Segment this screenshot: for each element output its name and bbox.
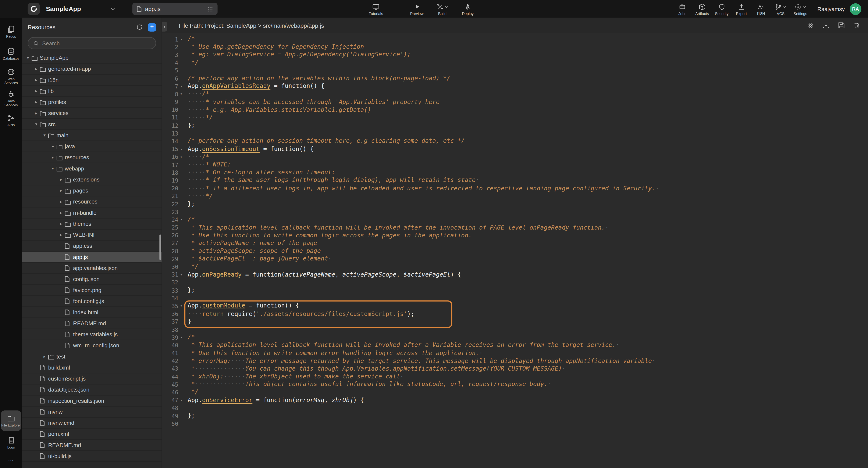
code-line-12[interactable]: }; [188, 122, 868, 130]
code-line-11[interactable]: ·····*/ [188, 114, 868, 122]
rail-item-java-services[interactable]: Java Services [1, 88, 21, 108]
tree-file-font.config.js[interactable]: font.config.js [22, 296, 161, 307]
code-line-15[interactable]: App.onSessionTimeout = function() { [188, 145, 868, 153]
code-line-3[interactable]: * eg: var DialogService = App.getDepende… [188, 51, 868, 59]
tree-folder-src[interactable]: ▾src [22, 119, 161, 130]
tree-folder-lib[interactable]: ▸lib [22, 86, 161, 97]
code-content[interactable]: /* * Use App.getDependency for Dependenc… [184, 35, 868, 468]
grid-menu-icon[interactable] [207, 6, 213, 12]
code-line-26[interactable]: * Use this function to write common logi… [188, 232, 868, 239]
export-button[interactable]: Export [732, 2, 751, 15]
deploy-button[interactable]: Deploy [455, 2, 480, 15]
chevron-right-icon[interactable]: ▸ [33, 66, 40, 71]
chevron-right-icon[interactable]: ▸ [58, 199, 65, 204]
delete-file-button[interactable] [853, 22, 860, 29]
code-line-43[interactable]: *··············You can change this thoug… [188, 365, 868, 373]
vcs-button[interactable]: VCS [771, 2, 790, 15]
avatar[interactable]: RA [850, 3, 862, 14]
code-line-19[interactable]: ·····* if the same user logs in(through … [188, 177, 868, 185]
tree-folder-resources[interactable]: ▸resources [22, 152, 161, 163]
code-line-40[interactable]: * This application level callback functi… [188, 342, 868, 349]
rail-item-apis[interactable]: APIs [1, 110, 21, 131]
tree-file-app.variables.json[interactable]: app.variables.json [22, 263, 161, 274]
add-resource-button[interactable]: + [148, 23, 156, 31]
tree-file-build.xml[interactable]: build.xml [22, 362, 161, 373]
code-line-21[interactable]: ·····*/ [188, 192, 868, 200]
code-line-47[interactable]: App.onServiceError = function(errorMsg, … [188, 396, 868, 404]
code-line-35[interactable]: App.customModule = function() { [188, 302, 868, 310]
code-line-49[interactable]: }; [188, 412, 868, 420]
code-line-36[interactable]: ····return require('./assets/resources/f… [188, 310, 868, 318]
save-file-button[interactable] [837, 22, 845, 29]
tree-file-README.md[interactable]: README.md [22, 318, 161, 329]
fold-toggle-icon[interactable]: ▾ [178, 218, 184, 222]
code-line-38[interactable] [188, 326, 868, 334]
i18n-button[interactable]: I18N [751, 2, 771, 15]
tree-file-mvnw[interactable]: mvnw [22, 407, 161, 417]
tree-folder-rn-bundle[interactable]: ▸rn-bundle [22, 207, 161, 219]
code-line-9[interactable]: ·····* variables can be accessed through… [188, 98, 868, 106]
chevron-right-icon[interactable]: ▸ [33, 110, 40, 115]
tutorials-button[interactable]: Tutorials [363, 2, 389, 15]
code-line-34[interactable] [188, 294, 868, 302]
tree-folder-SampleApp[interactable]: ▾SampleApp [22, 53, 161, 64]
chevron-right-icon[interactable]: ▸ [58, 188, 65, 193]
project-switcher[interactable]: SampleApp [46, 5, 116, 12]
code-line-23[interactable] [188, 208, 868, 216]
fold-toggle-icon[interactable]: ▾ [178, 92, 184, 97]
code-line-48[interactable] [188, 404, 868, 412]
code-line-37[interactable]: } [188, 318, 868, 326]
chevron-right-icon[interactable]: ▸ [49, 144, 56, 149]
fold-toggle-icon[interactable]: ▾ [178, 272, 184, 277]
tree-folder-webapp[interactable]: ▾webapp [22, 163, 161, 174]
chevron-right-icon[interactable]: ▸ [49, 155, 56, 160]
tree-file-customScript.js[interactable]: customScript.js [22, 373, 161, 385]
code-line-28[interactable]: * activePageScope: scope of the page [188, 247, 868, 255]
tree-file-inspection_results.json[interactable]: inspection_results.json [22, 396, 161, 407]
tree-file-ui-build.js[interactable]: ui-build.js [22, 451, 161, 462]
fold-toggle-icon[interactable]: ▾ [178, 155, 184, 159]
tree-file-theme.variables.js[interactable]: theme.variables.js [22, 329, 161, 340]
search-input[interactable] [42, 40, 151, 46]
download-file-button[interactable] [822, 22, 830, 29]
code-line-30[interactable]: */ [188, 263, 868, 271]
rail-item-logs[interactable]: Logs [1, 433, 21, 453]
fold-toggle-icon[interactable]: ▾ [178, 84, 184, 89]
tree-folder-main[interactable]: ▾main [22, 130, 161, 141]
chevron-down-icon[interactable]: ▾ [49, 166, 56, 171]
tree-file-pom.xml[interactable]: pom.xml [22, 429, 161, 440]
rail-item-pages[interactable]: Pages [1, 22, 21, 42]
code-line-5[interactable] [188, 67, 868, 74]
code-line-45[interactable]: *··············This object contains usef… [188, 381, 868, 389]
collapse-sidebar-button[interactable] [162, 22, 167, 32]
code-line-33[interactable]: }; [188, 287, 868, 294]
code-line-44[interactable]: * xhrObj:······The xhrObject used to mak… [188, 373, 868, 381]
artifacts-button[interactable]: Artifacts [692, 2, 712, 15]
open-file-tab[interactable]: app.js [132, 3, 217, 15]
code-line-46[interactable]: */ [188, 389, 868, 396]
search-box[interactable] [28, 37, 156, 49]
fold-toggle-icon[interactable]: ▾ [178, 147, 184, 152]
code-line-50[interactable] [188, 420, 868, 428]
code-line-20[interactable]: ·····* if a different user logs in, app … [188, 185, 868, 192]
chevron-right-icon[interactable]: ▸ [33, 77, 40, 82]
code-line-18[interactable]: ·····* On re-login after session timeout… [188, 169, 868, 177]
fold-toggle-icon[interactable]: ▾ [178, 335, 184, 340]
chevron-down-icon[interactable]: ▾ [24, 55, 32, 60]
code-line-29[interactable]: * $activePageEl : page jQuery element· [188, 255, 868, 263]
code-line-13[interactable] [188, 130, 868, 137]
tree-folder-generated-rn-app[interactable]: ▸generated-rn-app [22, 64, 161, 74]
code-line-25[interactable]: * This application level callback functi… [188, 224, 868, 232]
code-line-8[interactable]: ····/* [188, 91, 868, 98]
code-line-6[interactable]: /* perform any action on the variables w… [188, 74, 868, 82]
fold-toggle-icon[interactable]: ▾ [178, 37, 184, 41]
rail-item-file-explorer[interactable]: File Explorer [1, 410, 21, 431]
chevron-right-icon[interactable]: ▸ [41, 354, 48, 359]
chevron-right-icon[interactable]: ▸ [58, 177, 65, 182]
code-line-4[interactable]: */ [188, 59, 868, 67]
jobs-button[interactable]: Jobs [673, 2, 692, 15]
tree-file-favicon.png[interactable]: favicon.png [22, 285, 161, 296]
code-line-24[interactable]: /* [188, 216, 868, 224]
tree-file-app.css[interactable]: app.css [22, 240, 161, 252]
chevron-right-icon[interactable]: ▸ [58, 221, 65, 226]
